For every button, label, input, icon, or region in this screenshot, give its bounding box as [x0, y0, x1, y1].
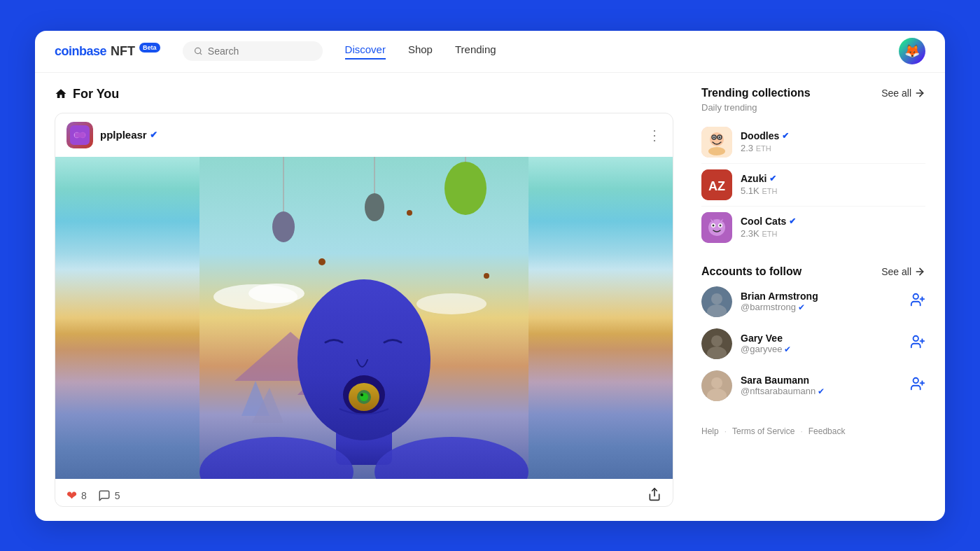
svg-point-47	[713, 224, 715, 226]
garyvee-info: Gary Vee @garyvee ✔	[741, 333, 791, 354]
doodles-info: Doodles ✔ 2.3 ETH	[741, 130, 789, 153]
account-garyvee: Gary Vee @garyvee ✔	[701, 323, 925, 365]
footer-help[interactable]: Help	[701, 426, 719, 436]
post-header: pplpleasr ✔ ⋮	[55, 113, 673, 157]
svg-text:AZ: AZ	[708, 179, 725, 193]
garyvee-verified: ✔	[784, 344, 791, 354]
svg-point-18	[318, 258, 326, 265]
more-options-icon[interactable]: ⋮	[648, 127, 662, 144]
svg-point-19	[407, 210, 412, 216]
coolcats-verified: ✔	[789, 216, 796, 226]
azuki-info: Azuki ✔ 5.1K ETH	[741, 173, 777, 196]
nav-links: Discover Shop Trending	[345, 43, 496, 60]
logo-area: coinbase NFT Beta	[55, 44, 160, 59]
beta-badge: Beta	[139, 43, 160, 53]
post-card: pplpleasr ✔ ⋮	[55, 113, 673, 507]
svg-point-39	[719, 136, 721, 138]
accounts-arrow-icon	[914, 266, 925, 277]
collection-azuki[interactable]: AZ Azuki ✔ 5.1K ETH	[701, 164, 925, 207]
svg-point-59	[913, 336, 918, 341]
brian-avatar	[701, 286, 732, 317]
svg-point-63	[711, 377, 722, 389]
nav-trending[interactable]: Trending	[455, 43, 496, 60]
share-button[interactable]	[648, 487, 662, 505]
section-title: For You	[55, 87, 673, 102]
arrow-right-icon	[914, 88, 925, 99]
like-action[interactable]: ❤ 8	[66, 488, 87, 503]
post-footer: ❤ 8 5	[55, 479, 673, 507]
sara-verified: ✔	[818, 386, 825, 396]
brian-info: Brian Armstrong @barmstrong ✔	[741, 291, 818, 312]
doodles-verified: ✔	[782, 131, 789, 141]
search-bar[interactable]	[183, 41, 323, 61]
collection-doodles[interactable]: Doodles ✔ 2.3 ETH	[701, 121, 925, 164]
sara-info: Sara Baumann @nftsarabaumann ✔	[741, 375, 825, 396]
sara-name: Sara Baumann	[741, 375, 825, 386]
coolcats-name: Cool Cats ✔	[741, 216, 796, 227]
azuki-price: 5.1K ETH	[741, 186, 777, 196]
trending-title: Trending collections	[701, 87, 811, 99]
svg-point-48	[720, 224, 722, 226]
follow-brian-button[interactable]	[910, 292, 925, 311]
azuki-name: Azuki ✔	[741, 173, 777, 184]
svg-point-51	[711, 293, 722, 305]
brian-name: Brian Armstrong	[741, 291, 818, 302]
azuki-thumb: AZ	[701, 169, 732, 200]
account-sara: Sara Baumann @nftsarabaumann ✔	[701, 365, 925, 407]
post-avatar	[66, 122, 93, 148]
accounts-header: Accounts to follow See all	[701, 265, 925, 278]
account-brian: Brian Armstrong @barmstrong ✔	[701, 281, 925, 323]
trending-subtitle: Daily trending	[701, 102, 925, 113]
feed-section: For You pplpleasr	[55, 87, 673, 507]
like-count: 8	[81, 490, 87, 501]
doodles-name: Doodles ✔	[741, 130, 789, 141]
search-icon	[194, 46, 202, 56]
accounts-title: Accounts to follow	[701, 265, 802, 278]
follow-garyvee-button[interactable]	[910, 334, 925, 353]
svg-point-57	[711, 335, 722, 347]
svg-point-38	[713, 136, 715, 138]
comment-count: 5	[115, 490, 120, 501]
coinbase-logo: coinbase	[55, 44, 106, 59]
coolcats-price: 2.3K ETH	[741, 228, 796, 239]
garyvee-avatar	[701, 328, 732, 359]
trending-see-all[interactable]: See all	[881, 88, 925, 99]
svg-point-20	[484, 273, 489, 279]
nav-discover[interactable]: Discover	[345, 43, 386, 60]
comment-action[interactable]: 5	[98, 489, 120, 502]
nav-shop[interactable]: Shop	[408, 43, 433, 60]
collection-coolcats[interactable]: Cool Cats ✔ 2.3K ETH	[701, 207, 925, 249]
svg-line-1	[200, 53, 201, 54]
outer-background: coinbase NFT Beta Discover Shop Trending…	[0, 0, 980, 551]
doodles-thumb	[701, 127, 732, 158]
post-image	[55, 157, 673, 479]
footer-tos[interactable]: Terms of Service	[732, 426, 794, 436]
svg-point-15	[365, 193, 384, 221]
coolcats-info: Cool Cats ✔ 2.3K ETH	[741, 216, 796, 239]
share-icon	[648, 487, 662, 501]
brian-handle: @barmstrong ✔	[741, 302, 818, 312]
nft-art-scene	[55, 157, 673, 479]
svg-point-65	[913, 378, 918, 383]
footer-links: Help · Terms of Service · Feedback	[701, 426, 925, 436]
accounts-section: Accounts to follow See all	[701, 265, 925, 407]
svg-point-27	[360, 393, 363, 396]
accounts-see-all[interactable]: See all	[881, 266, 925, 277]
sidebar: Trending collections See all Daily trend…	[701, 87, 925, 507]
header: coinbase NFT Beta Discover Shop Trending…	[35, 31, 945, 73]
user-avatar[interactable]: 🦊	[899, 38, 925, 64]
comment-icon	[98, 489, 111, 502]
garyvee-name: Gary Vee	[741, 333, 791, 344]
azuki-verified: ✔	[769, 174, 776, 183]
search-input[interactable]	[208, 46, 312, 57]
trending-header: Trending collections See all	[701, 87, 925, 99]
svg-point-22	[298, 279, 430, 440]
svg-point-40	[708, 147, 725, 155]
add-user-sara-icon	[910, 376, 925, 391]
sara-handle: @nftsarabaumann ✔	[741, 386, 825, 396]
follow-sara-button[interactable]	[910, 376, 925, 395]
add-user-icon	[910, 292, 925, 307]
home-icon	[55, 88, 67, 100]
heart-icon: ❤	[66, 488, 77, 503]
footer-feedback[interactable]: Feedback	[808, 426, 846, 436]
